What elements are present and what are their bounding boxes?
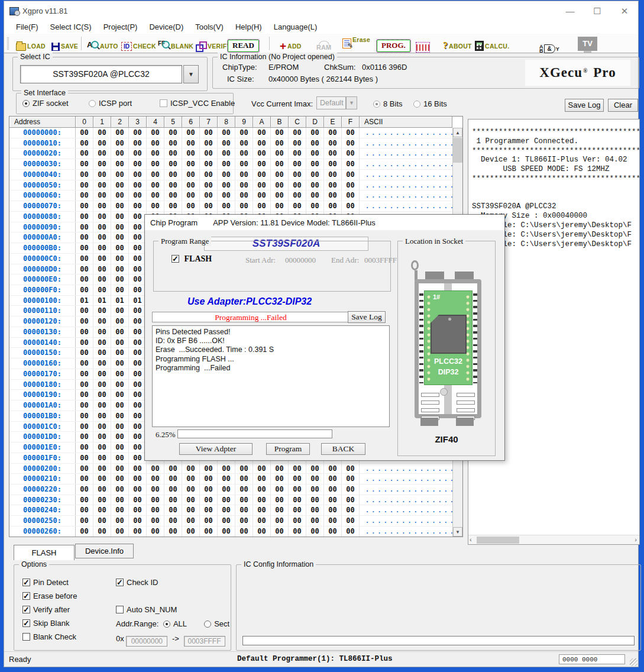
- hex-byte-cell[interactable]: 00: [147, 495, 164, 505]
- about-button[interactable]: ? ABOUT: [443, 36, 472, 51]
- hex-byte-cell[interactable]: 00: [93, 274, 111, 285]
- hex-byte-cell[interactable]: 00: [253, 159, 271, 169]
- hex-byte-cell[interactable]: 00: [289, 128, 306, 138]
- menu-select-ic-s[interactable]: Select IC(S): [44, 21, 98, 33]
- tab-flash[interactable]: FLASH: [14, 545, 75, 560]
- hex-byte-cell[interactable]: 00: [182, 148, 200, 159]
- hex-byte-cell[interactable]: 00: [111, 138, 129, 148]
- hex-byte-cell[interactable]: 00: [324, 516, 342, 526]
- hex-byte-cell[interactable]: 00: [342, 201, 360, 211]
- hex-byte-cell[interactable]: 00: [271, 505, 289, 515]
- hex-byte-cell[interactable]: 00: [271, 190, 289, 201]
- hex-byte-cell[interactable]: 00: [289, 505, 306, 515]
- hex-byte-cell[interactable]: 00: [218, 464, 235, 474]
- hex-byte-cell[interactable]: 00: [147, 159, 164, 169]
- hex-byte-cell[interactable]: 00: [342, 464, 360, 474]
- scroll-down-button[interactable]: ▼: [453, 527, 462, 537]
- hex-byte-cell[interactable]: 00: [342, 148, 360, 159]
- hex-byte-cell[interactable]: 00: [218, 170, 235, 180]
- hex-byte-cell[interactable]: 00: [111, 222, 129, 232]
- hex-byte-cell[interactable]: 00: [271, 495, 289, 505]
- hex-byte-cell[interactable]: 00: [147, 505, 164, 515]
- hex-byte-cell[interactable]: 01: [76, 296, 93, 306]
- hex-byte-cell[interactable]: 00: [93, 254, 111, 264]
- scroll-up-button[interactable]: ▲: [453, 128, 462, 137]
- hex-byte-cell[interactable]: 00: [76, 159, 93, 169]
- program-button[interactable]: Program: [266, 443, 310, 455]
- hex-byte-cell[interactable]: 00: [164, 495, 182, 505]
- minimize-button[interactable]: —: [556, 1, 584, 21]
- hex-byte-cell[interactable]: 00: [164, 148, 182, 159]
- hex-byte-cell[interactable]: 00: [289, 201, 306, 211]
- hex-byte-cell[interactable]: 00: [93, 390, 111, 400]
- hex-byte-cell[interactable]: 00: [111, 128, 129, 138]
- hex-byte-cell[interactable]: 00: [93, 526, 111, 537]
- dialog-title-bar[interactable]: Chip Program APP Version: 11.81 Device M…: [145, 215, 504, 230]
- hex-byte-cell[interactable]: 00: [253, 138, 271, 148]
- hex-byte-cell[interactable]: 00: [289, 190, 306, 201]
- hex-byte-cell[interactable]: 00: [306, 128, 324, 138]
- hex-byte-cell[interactable]: 00: [93, 464, 111, 474]
- scroll-right-button[interactable]: ›: [635, 536, 637, 543]
- hex-byte-cell[interactable]: 00: [93, 128, 111, 138]
- hex-byte-cell[interactable]: 00: [306, 138, 324, 148]
- hex-byte-cell[interactable]: 00: [235, 159, 253, 169]
- hex-byte-cell[interactable]: 00: [147, 180, 164, 190]
- hex-byte-cell[interactable]: 00: [253, 180, 271, 190]
- skip-blank-checkbox[interactable]: Skip Blank: [22, 619, 69, 628]
- hex-byte-cell[interactable]: 00: [218, 516, 235, 526]
- hex-byte-cell[interactable]: 00: [93, 400, 111, 411]
- hex-byte-cell[interactable]: 00: [200, 464, 218, 474]
- hex-byte-cell[interactable]: 00: [111, 411, 129, 421]
- hex-byte-cell[interactable]: 00: [164, 138, 182, 148]
- hex-byte-cell[interactable]: 00: [111, 526, 129, 537]
- hex-byte-cell[interactable]: 00: [218, 505, 235, 515]
- hex-byte-cell[interactable]: 00: [342, 484, 360, 495]
- hex-byte-cell[interactable]: 00: [129, 484, 147, 495]
- hex-byte-cell[interactable]: 01: [93, 296, 111, 306]
- hex-byte-cell[interactable]: 00: [200, 190, 218, 201]
- hex-byte-cell[interactable]: 00: [182, 464, 200, 474]
- hex-byte-cell[interactable]: 00: [306, 526, 324, 537]
- hex-byte-cell[interactable]: 00: [129, 128, 147, 138]
- hex-byte-cell[interactable]: 00: [93, 285, 111, 295]
- ic-select-combobox[interactable]: SST39SF020A @PLCC32: [20, 65, 182, 83]
- hex-byte-cell[interactable]: 00: [271, 474, 289, 484]
- hex-byte-cell[interactable]: 00: [76, 316, 93, 327]
- hex-byte-cell[interactable]: 00: [342, 516, 360, 526]
- scroll-left-button[interactable]: ‹: [470, 536, 472, 543]
- hex-byte-cell[interactable]: 00: [76, 274, 93, 285]
- hex-byte-cell[interactable]: 00: [218, 474, 235, 484]
- hex-byte-cell[interactable]: 00: [164, 170, 182, 180]
- hex-byte-cell[interactable]: 00: [342, 526, 360, 537]
- hex-byte-cell[interactable]: 00: [289, 138, 306, 148]
- hex-byte-cell[interactable]: 00: [200, 474, 218, 484]
- hex-byte-cell[interactable]: 00: [76, 348, 93, 358]
- hex-byte-cell[interactable]: 00: [76, 243, 93, 253]
- hex-byte-cell[interactable]: 00: [111, 495, 129, 505]
- hex-byte-cell[interactable]: 00: [111, 338, 129, 348]
- hex-byte-cell[interactable]: 00: [324, 138, 342, 148]
- hex-byte-cell[interactable]: 00: [93, 222, 111, 232]
- hex-byte-cell[interactable]: 00: [76, 516, 93, 526]
- hex-byte-cell[interactable]: 00: [111, 390, 129, 400]
- hex-byte-cell[interactable]: 00: [324, 180, 342, 190]
- read-button[interactable]: READ: [228, 37, 259, 52]
- hex-byte-cell[interactable]: 00: [93, 138, 111, 148]
- hex-byte-cell[interactable]: 00: [111, 516, 129, 526]
- hex-byte-cell[interactable]: 00: [200, 159, 218, 169]
- hex-byte-cell[interactable]: 00: [306, 495, 324, 505]
- hex-byte-cell[interactable]: 00: [93, 306, 111, 316]
- hex-byte-cell[interactable]: 00: [253, 474, 271, 484]
- hex-byte-cell[interactable]: 00: [182, 495, 200, 505]
- hex-byte-cell[interactable]: 00: [218, 128, 235, 138]
- hex-byte-cell[interactable]: 00: [76, 254, 93, 264]
- hex-byte-cell[interactable]: 00: [93, 474, 111, 484]
- hex-byte-cell[interactable]: 00: [164, 505, 182, 515]
- hex-byte-cell[interactable]: 00: [93, 422, 111, 432]
- hex-byte-cell[interactable]: 00: [271, 516, 289, 526]
- hex-byte-cell[interactable]: 00: [253, 526, 271, 537]
- hex-byte-cell[interactable]: 00: [235, 474, 253, 484]
- hex-byte-cell[interactable]: 00: [111, 316, 129, 327]
- hex-byte-cell[interactable]: 00: [111, 358, 129, 369]
